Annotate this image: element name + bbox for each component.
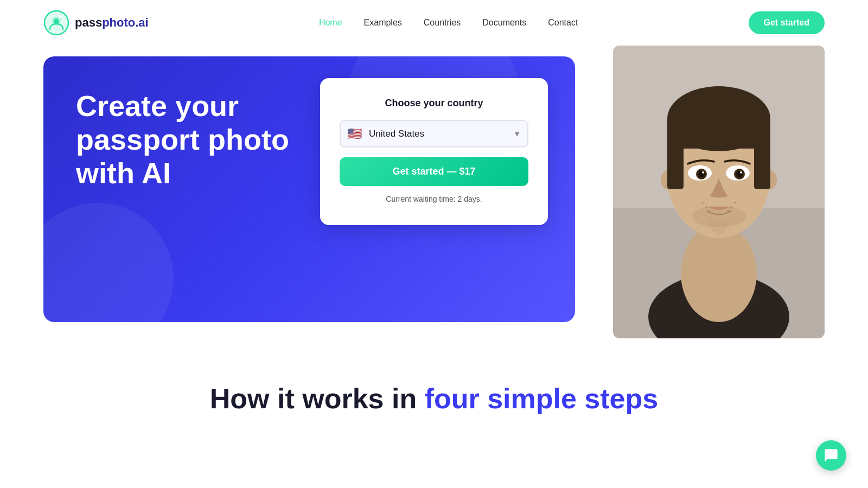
svg-rect-33 (754, 135, 770, 189)
svg-text:✓: ✓ (60, 17, 62, 21)
nav-documents[interactable]: Documents (482, 18, 526, 27)
svg-point-26 (702, 202, 704, 204)
nav-examples[interactable]: Examples (364, 18, 402, 27)
how-title-highlight: four simple steps (425, 383, 659, 414)
hero-photo (613, 46, 825, 338)
logo-icon: ✓ (43, 10, 69, 36)
nav-links: Home Examples Countries Documents Contac… (319, 18, 578, 28)
chat-bubble[interactable] (816, 440, 846, 471)
svg-rect-32 (667, 135, 684, 189)
how-it-works-title: How it works in four simple steps (43, 382, 825, 415)
svg-point-3 (54, 18, 59, 24)
country-select[interactable]: United States United Kingdom Canada Aust… (340, 120, 528, 147)
nav-get-started-button[interactable]: Get started (749, 11, 825, 34)
country-select-wrapper: 🇺🇸 United States United Kingdom Canada A… (340, 120, 528, 147)
how-title-prefix: How it works in (210, 383, 425, 414)
hero-section: Create your passport photo with AI Choos… (0, 46, 868, 338)
hero-text: Create your passport photo with AI (76, 89, 304, 190)
hero-title: Create your passport photo with AI (76, 89, 304, 190)
card-title: Choose your country (340, 98, 528, 109)
svg-point-31 (727, 210, 729, 212)
nav-contact[interactable]: Contact (548, 18, 578, 27)
svg-point-27 (709, 210, 711, 212)
person-photo (613, 46, 825, 338)
svg-point-28 (713, 213, 714, 214)
svg-point-25 (706, 207, 707, 208)
nav-home[interactable]: Home (319, 18, 342, 27)
svg-point-30 (735, 202, 736, 204)
svg-point-23 (740, 171, 742, 174)
how-it-works-section: How it works in four simple steps (0, 338, 868, 437)
nav-countries[interactable]: Countries (424, 18, 461, 27)
svg-point-22 (702, 171, 704, 174)
chat-icon (824, 448, 839, 463)
logo: ✓ passphoto.ai (43, 10, 149, 36)
country-card: Choose your country 🇺🇸 United States Uni… (320, 78, 548, 225)
navbar: ✓ passphoto.ai Home Examples Countries D… (0, 0, 868, 46)
logo-text: passphoto.ai (75, 16, 149, 30)
waiting-time-text: Current waiting time: 2 days. (340, 195, 528, 203)
card-get-started-button[interactable]: Get started — $17 (340, 157, 528, 186)
svg-point-29 (731, 207, 732, 208)
